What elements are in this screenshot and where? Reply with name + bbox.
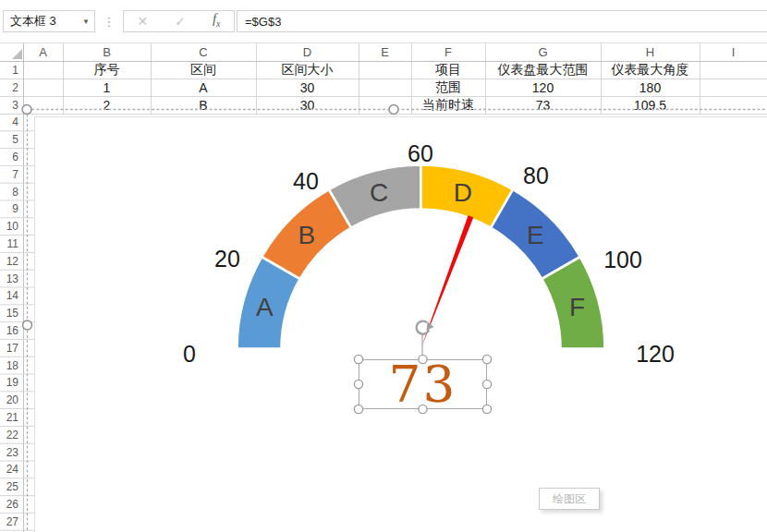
name-box-value: 文本框 3 (4, 13, 78, 30)
gauge-value-text: 73 (389, 361, 457, 407)
cancel-icon[interactable]: ✕ (137, 11, 148, 31)
excel-window: ABCDEF020406080100120 ABCDEFGHI123456789… (0, 0, 767, 532)
name-box-dropdown-icon[interactable]: ▾ (78, 17, 94, 26)
gauge-segment-label-E: E (527, 221, 544, 249)
gauge-tick-label-100: 100 (603, 247, 642, 272)
gauge-tick-label-0: 0 (183, 341, 196, 367)
formula-input[interactable]: =$G$3 (237, 10, 767, 32)
gauge-chart: ABCDEF020406080100120 (0, 0, 767, 532)
gauge-tick-label-60: 60 (408, 140, 433, 166)
gauge-segment-label-F: F (569, 293, 585, 321)
formula-bar-buttons: ✕ ✓ fx (123, 10, 235, 32)
enter-icon[interactable]: ✓ (175, 11, 186, 31)
gauge-tick-label-20: 20 (214, 246, 240, 272)
gauge-segment-label-A: A (256, 293, 274, 321)
name-box[interactable]: 文本框 3 ▾ (3, 10, 95, 32)
gauge-tick-label-40: 40 (293, 168, 319, 194)
gauge-tick-label-80: 80 (523, 163, 549, 188)
gauge-value-textbox[interactable]: 73 (359, 359, 487, 409)
plot-area-tooltip: 绘图区 (539, 488, 600, 510)
formula-text: =$G$3 (237, 15, 281, 29)
formula-bar-drag-handle-icon[interactable]: ⋮ (103, 10, 116, 32)
gauge-segment-label-D: D (454, 178, 472, 207)
formula-bar-region: 文本框 3 ▾ ⋮ ✕ ✓ fx =$G$3 (0, 0, 767, 42)
gauge-tick-label-120: 120 (636, 341, 675, 367)
gauge-segment-label-B: B (298, 221, 315, 249)
plot-area-tooltip-text: 绘图区 (553, 491, 586, 507)
gauge-segment-label-C: C (370, 178, 388, 207)
insert-function-icon[interactable]: fx (213, 8, 221, 34)
